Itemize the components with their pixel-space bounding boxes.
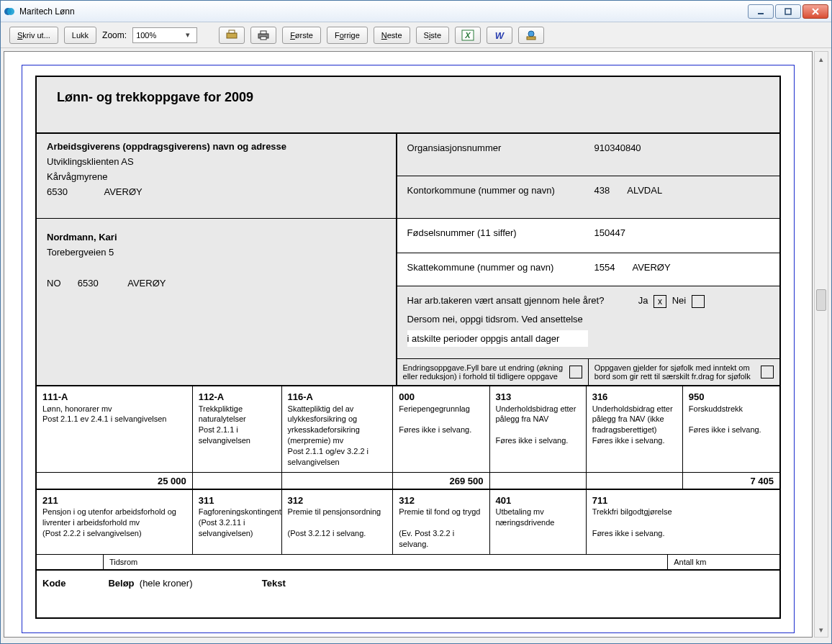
svg-point-1: [7, 8, 14, 15]
app-window: Maritech Lønn Skriv ut... Lukk Zoom: 100…: [0, 0, 832, 644]
foot-tekst: Tekst: [262, 578, 286, 589]
header-grid: Arbeidsgiverens (oppdragsgiverens) navn …: [37, 134, 779, 359]
titlebar: Maritech Lønn: [1, 1, 831, 22]
val-950: 7 405: [683, 473, 779, 489]
zoom-label: Zoom:: [102, 30, 127, 40]
emp-no-checkbox[interactable]: [692, 295, 705, 308]
printer-icon-button[interactable]: [250, 27, 276, 44]
emp-no-label: Nei: [672, 295, 687, 306]
change-checkbox[interactable]: [569, 366, 582, 378]
svg-rect-7: [229, 30, 235, 33]
tax-label: Skattekommune (nummer og navn): [407, 262, 594, 277]
employer-name: Utviklingsklienten AS: [47, 156, 386, 167]
toolbar: Skriv ut... Lukk Zoom: 100% ▾ Første For…: [1, 22, 831, 48]
svg-rect-6: [227, 33, 237, 38]
report-title: Lønn- og trekkoppgave for 2009: [37, 77, 779, 134]
employer-employee-col: Arbeidsgiverens (oppdragsgiverens) navn …: [37, 134, 397, 359]
svg-point-14: [528, 31, 534, 37]
svg-rect-9: [261, 31, 266, 34]
seafarer-text: Oppgaven gjelder for sjøfolk med inntekt…: [594, 363, 756, 381]
print-setup-icon-button[interactable]: [219, 27, 245, 44]
app-icon: [4, 6, 15, 17]
scroll-down-icon[interactable]: ▾: [815, 622, 828, 637]
tax-num: 1554: [594, 262, 615, 277]
emp-q1: Har arb.takeren vært ansatt gjennom hele…: [407, 295, 605, 306]
office-label: Kontorkommune (nummer og navn): [407, 185, 594, 209]
employer-addr1: Kårvågmyrene: [47, 171, 386, 182]
employee-city: AVERØY: [127, 278, 166, 289]
web-export-icon-button[interactable]: [518, 27, 544, 44]
val-000: 269 500: [393, 473, 489, 489]
report-body: Lønn- og trekkoppgave for 2009 Arbeidsgi…: [35, 76, 781, 619]
change-text: Endringsoppgave.Fyll bare ut endring (øk…: [403, 363, 565, 381]
chevron-down-icon: ▾: [182, 28, 194, 42]
window-title: Maritech Lønn: [19, 6, 75, 17]
tidsrom-label: Tidsrom: [104, 555, 668, 569]
last-button[interactable]: Siste: [416, 27, 449, 44]
minimize-button[interactable]: [748, 4, 774, 19]
emp-q2: Dersom nei, oppgi tidsrom. Ved ansettels…: [407, 314, 769, 325]
report-page: Lønn- og trekkoppgave for 2009 Arbeidsgi…: [22, 65, 795, 633]
employee-zip: 6530: [78, 278, 99, 289]
val-111a: 25 000: [37, 473, 193, 489]
fnr-value: 150447: [594, 227, 625, 244]
employee-name: Nordmann, Kari: [47, 232, 386, 242]
excel-export-icon-button[interactable]: X: [455, 27, 481, 44]
codes-row-1: 111-ALønn, honorarer mv Post 2.1.1 ev 2.…: [37, 386, 779, 472]
maximize-button[interactable]: [775, 4, 801, 19]
scroll-up-icon[interactable]: ▴: [815, 52, 828, 66]
org-value: 910340840: [594, 142, 641, 167]
seafarer-checkbox[interactable]: [761, 366, 774, 378]
fnr-label: Fødselsnummer (11 siffer): [407, 227, 594, 244]
antallkm-label: Antall km: [668, 555, 779, 569]
next-button[interactable]: Neste: [374, 27, 410, 44]
print-button[interactable]: Skriv ut...: [9, 27, 58, 44]
employer-zip: 6530: [47, 186, 68, 197]
tax-name: AVERØY: [632, 262, 670, 277]
footer-columns: Kode Beløp (hele kroner) Tekst: [37, 571, 779, 617]
vertical-scrollbar[interactable]: ▴ ▾: [814, 51, 828, 638]
info-col: Organsiasjonsnummer 910340840 Kontorkomm…: [397, 134, 779, 359]
employer-heading: Arbeidsgiverens (oppdragsgiverens) navn …: [47, 141, 386, 152]
val-316: [587, 473, 683, 489]
val-313: [490, 473, 587, 489]
office-name: ALVDAL: [627, 185, 662, 209]
sub-row: Tidsrom Antall km: [37, 555, 779, 571]
emp-q3: i atskilte perioder oppgis antall dager: [407, 330, 589, 347]
employee-country: NO: [47, 278, 61, 289]
close-button[interactable]: Lukk: [64, 27, 96, 44]
foot-kode: Kode: [42, 578, 108, 589]
val-116a: [282, 473, 394, 489]
zoom-combobox[interactable]: 100% ▾: [132, 27, 197, 43]
svg-text:W: W: [495, 30, 505, 41]
svg-rect-10: [261, 37, 266, 40]
employee-addr: Torebergveien 5: [47, 247, 386, 258]
scroll-thumb[interactable]: [816, 289, 826, 311]
word-export-icon-button[interactable]: W: [487, 27, 512, 44]
values-row-1: 25 000 269 500 7 405: [37, 472, 779, 490]
codes-row-2: 211Pensjon i og utenfor arbeidsforhold o…: [37, 490, 779, 555]
first-button[interactable]: Første: [282, 27, 321, 44]
svg-text:X: X: [464, 31, 471, 40]
svg-rect-3: [785, 9, 791, 14]
office-num: 438: [594, 185, 610, 209]
employer-city: AVERØY: [104, 186, 142, 197]
org-label: Organsiasjonsnummer: [407, 142, 594, 167]
report-viewer: Lønn- og trekkoppgave for 2009 Arbeidsgi…: [4, 51, 813, 638]
emp-yes-label: Ja: [638, 295, 648, 306]
flags-row: Endringsoppgave.Fyll bare ut endring (øk…: [37, 359, 779, 386]
val-112a: [193, 473, 282, 489]
prev-button[interactable]: Forrige: [327, 27, 368, 44]
close-window-button[interactable]: [802, 4, 828, 19]
emp-yes-checkbox[interactable]: x: [654, 295, 666, 308]
svg-rect-15: [527, 37, 535, 40]
